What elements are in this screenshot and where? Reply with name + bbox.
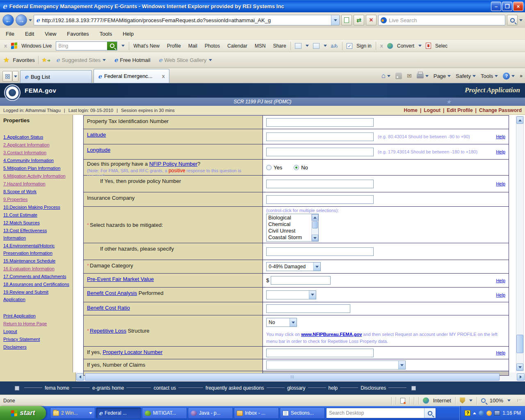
history-dropdown-icon[interactable] bbox=[29, 19, 32, 21]
safety-menu[interactable]: Safety bbox=[456, 73, 476, 79]
stop-button[interactable]: × bbox=[366, 15, 377, 25]
link-photos[interactable]: Photos bbox=[205, 43, 220, 49]
add-favorite-icon[interactable]: ★➜ bbox=[42, 57, 50, 63]
start-button[interactable]: start bbox=[0, 406, 46, 420]
menu-file[interactable]: File bbox=[6, 31, 14, 37]
dropdown-icon[interactable] bbox=[324, 45, 327, 47]
logout-link[interactable]: Logout bbox=[424, 107, 441, 113]
tray-expand-icon[interactable] bbox=[473, 412, 476, 414]
horizontal-scrollbar[interactable] bbox=[76, 372, 525, 381]
sidebar-item-cost-estimate[interactable]: 11.Cost Estimate bbox=[3, 211, 69, 219]
nfip-bureau-link[interactable]: www.NFIPBureau.FEMA.gov bbox=[301, 332, 362, 337]
toolbar-close-icon[interactable]: x bbox=[4, 43, 7, 49]
tab-bug-list[interactable]: e Bug List bbox=[20, 70, 92, 83]
convert-button[interactable]: Convert bbox=[397, 43, 414, 49]
taskbar-button-federal[interactable]: e Federal ... bbox=[96, 407, 141, 419]
taskbar-button-inbox[interactable]: Inbox - ... bbox=[234, 407, 279, 419]
latitude-input[interactable] bbox=[266, 132, 374, 141]
link-msn[interactable]: MSN bbox=[255, 43, 266, 49]
rss-icon[interactable] bbox=[395, 73, 402, 79]
sidebar-item-application-status[interactable]: 1.Application Status bbox=[3, 133, 69, 141]
link-share[interactable]: Share bbox=[273, 43, 286, 49]
nfip-yes-option[interactable]: Yes bbox=[266, 164, 282, 171]
footer-fema-home-link[interactable]: fema home bbox=[45, 385, 69, 391]
favorites-button[interactable]: Favorites bbox=[13, 57, 34, 63]
bcr-input[interactable] bbox=[266, 304, 350, 313]
repetitive-loss-link[interactable]: Repetitive Loss bbox=[90, 328, 126, 334]
protected-mode-shield-icon[interactable] bbox=[460, 397, 465, 404]
scroll-thumb[interactable] bbox=[85, 373, 500, 381]
footer-faq-link[interactable]: frequently asked questions bbox=[205, 385, 264, 391]
longitude-link[interactable]: Longitude bbox=[87, 147, 110, 153]
sidebar-item-review-submit[interactable]: 19.Review and Submit Application bbox=[3, 288, 69, 303]
scroll-track[interactable] bbox=[516, 124, 523, 363]
hazard-option-civil-unrest[interactable]: Civil Unrest bbox=[268, 228, 310, 234]
sign-in-link[interactable]: Sign in bbox=[356, 43, 372, 49]
sidebar-item-evaluation-information[interactable]: 16.Evaluation Information bbox=[3, 265, 69, 272]
quick-tabs-button[interactable] bbox=[2, 71, 12, 82]
sidebar-item-applicant-information[interactable]: 2.Applicant Information bbox=[3, 141, 69, 148]
menu-help[interactable]: Help bbox=[123, 31, 134, 37]
hazard-option-coastal-storm[interactable]: Coastal Storm bbox=[268, 234, 310, 241]
sidebar-item-environmental-historic[interactable]: 14.Environmental/Historic Preservation I… bbox=[3, 242, 69, 257]
map-pin-icon[interactable] bbox=[295, 43, 301, 49]
tab-close-icon[interactable]: x bbox=[162, 73, 165, 79]
back-button[interactable]: ← bbox=[2, 14, 14, 26]
bca-help-link[interactable]: Help bbox=[496, 292, 505, 297]
claims-select[interactable] bbox=[266, 361, 406, 370]
tray-display-icon[interactable] bbox=[494, 411, 500, 415]
taskbar-button-sections[interactable]: Sections... bbox=[280, 407, 325, 419]
hazards-listbox[interactable]: Biological Chemical Civil Unrest Coastal… bbox=[266, 214, 319, 242]
insurance-input[interactable] bbox=[266, 195, 374, 204]
damage-category-select[interactable]: 0-49% Damaged bbox=[266, 262, 321, 271]
help-menu[interactable]: ? bbox=[503, 73, 515, 80]
bca-link[interactable]: Benefit Cost Analysis bbox=[87, 290, 137, 296]
tools-menu[interactable]: Tools bbox=[481, 73, 498, 79]
longitude-input[interactable] bbox=[266, 148, 374, 156]
zoom-level[interactable]: 100% bbox=[490, 397, 503, 404]
scroll-down-button[interactable] bbox=[516, 363, 523, 371]
address-dropdown-button[interactable] bbox=[331, 15, 339, 25]
locator-input[interactable] bbox=[266, 349, 374, 357]
sidebar-item-mitigation-plan[interactable]: 5.Mitigation Plan Information bbox=[3, 164, 69, 172]
return-home-link[interactable]: Return to Home Page bbox=[3, 320, 69, 327]
policy-number-input[interactable] bbox=[266, 180, 374, 188]
longitude-help-link[interactable]: Help bbox=[496, 149, 505, 154]
taskbar-button-mitigat[interactable]: MITIGAT... bbox=[142, 407, 187, 419]
market-value-link[interactable]: Pre-Event Fair Market Value bbox=[87, 276, 154, 282]
close-button[interactable]: × bbox=[513, 2, 523, 11]
link-whats-new[interactable]: What's New bbox=[133, 43, 160, 49]
disclaimers-link[interactable]: Disclaimers bbox=[3, 343, 69, 351]
forward-button[interactable]: → bbox=[16, 14, 27, 26]
change-password-link[interactable]: Change Password bbox=[479, 107, 522, 113]
compatibility-button[interactable] bbox=[341, 15, 352, 25]
sidebar-item-hazard-information[interactable]: 7.Hazard Information bbox=[3, 180, 69, 187]
policy-number-help-link[interactable]: Help bbox=[496, 181, 505, 186]
scroll-track[interactable] bbox=[84, 373, 516, 381]
search-desktop-box[interactable]: Search Desktop bbox=[326, 408, 436, 418]
nfip-yes-radio[interactable] bbox=[266, 165, 272, 170]
scroll-down-icon[interactable] bbox=[312, 235, 318, 241]
logout-sidebar-link[interactable]: Logout bbox=[3, 328, 69, 335]
home-button[interactable]: ⌂ bbox=[381, 72, 390, 80]
tab-federal-emergency[interactable]: e Federal Emergenc... x bbox=[94, 69, 169, 83]
scroll-up-button[interactable] bbox=[516, 116, 523, 124]
scroll-up-icon[interactable] bbox=[312, 214, 318, 221]
sidebar-item-scope-of-work[interactable]: 8.Scope of Work bbox=[3, 188, 69, 195]
repetitive-loss-select[interactable]: No bbox=[266, 318, 297, 327]
bing-dropdown-icon[interactable] bbox=[121, 45, 125, 47]
vertical-scrollbar[interactable] bbox=[516, 116, 524, 371]
scroll-thumb[interactable] bbox=[516, 335, 523, 353]
tray-clock-icon[interactable] bbox=[486, 411, 492, 416]
print-button[interactable] bbox=[417, 73, 429, 78]
overflow-chevron-icon[interactable]: » bbox=[520, 73, 523, 79]
convert-dropdown-icon[interactable] bbox=[418, 45, 422, 47]
sidebar-item-mitigation-activity[interactable]: 6.Mitigation Activity Information bbox=[3, 172, 69, 180]
hazard-option-chemical[interactable]: Chemical bbox=[268, 221, 310, 228]
tax-id-input[interactable] bbox=[266, 118, 374, 127]
url-text[interactable]: http://192.168.3.193:7777/FEMAMitigation… bbox=[42, 17, 329, 23]
locator-help-link[interactable]: Help bbox=[496, 350, 505, 355]
refresh-button[interactable]: ⇄ bbox=[354, 15, 364, 25]
suggested-sites-item[interactable]: e Suggested Sites bbox=[54, 55, 109, 64]
sidebar-item-decision-making[interactable]: 10.Decision Making Process bbox=[3, 203, 69, 211]
